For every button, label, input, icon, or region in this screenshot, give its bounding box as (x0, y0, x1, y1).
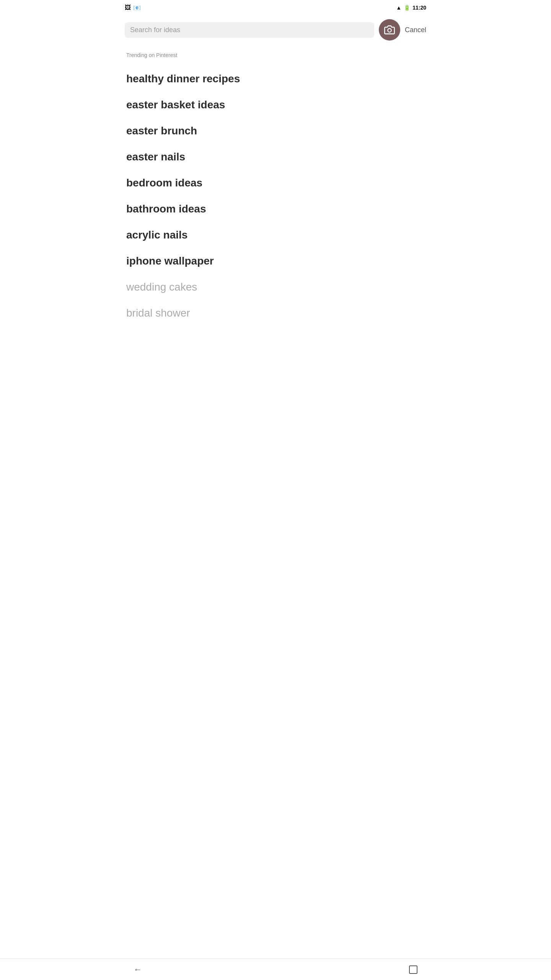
notification-dot: 📧 (133, 4, 141, 11)
trending-item-3[interactable]: easter brunch (126, 118, 425, 144)
search-input-wrapper[interactable] (125, 22, 374, 38)
status-bar-icons: 🖼 📧 (125, 4, 141, 11)
svg-point-0 (388, 29, 391, 32)
battery-icon: 🔋 (404, 5, 410, 11)
camera-icon (384, 24, 395, 35)
trending-section: Trending on Pinterest healthy dinner rec… (119, 44, 432, 330)
cancel-button[interactable]: Cancel (405, 24, 426, 36)
trending-item-7[interactable]: acrylic nails (126, 222, 425, 248)
trending-item-4[interactable]: easter nails (126, 144, 425, 170)
trending-item-10[interactable]: bridal shower (126, 300, 425, 326)
trending-item-1[interactable]: healthy dinner recipes (126, 66, 425, 92)
status-bar-right: ▲ 🔋 11:20 (396, 5, 426, 11)
trending-label: Trending on Pinterest (126, 52, 425, 58)
trending-list: healthy dinner recipeseaster basket idea… (126, 66, 425, 326)
trending-item-6[interactable]: bathroom ideas (126, 196, 425, 222)
time-display: 11:20 (412, 5, 426, 11)
trending-item-9[interactable]: wedding cakes (126, 274, 425, 300)
status-bar: 🖼 📧 ▲ 🔋 11:20 (119, 0, 432, 15)
trending-item-5[interactable]: bedroom ideas (126, 170, 425, 196)
wifi-icon: ▲ (396, 5, 401, 11)
search-bar-container: Cancel (119, 15, 432, 44)
search-input[interactable] (130, 26, 369, 34)
camera-button[interactable] (379, 19, 400, 41)
trending-item-2[interactable]: easter basket ideas (126, 92, 425, 118)
trending-item-8[interactable]: iphone wallpaper (126, 248, 425, 274)
notification-icon: 🖼 (125, 4, 131, 11)
